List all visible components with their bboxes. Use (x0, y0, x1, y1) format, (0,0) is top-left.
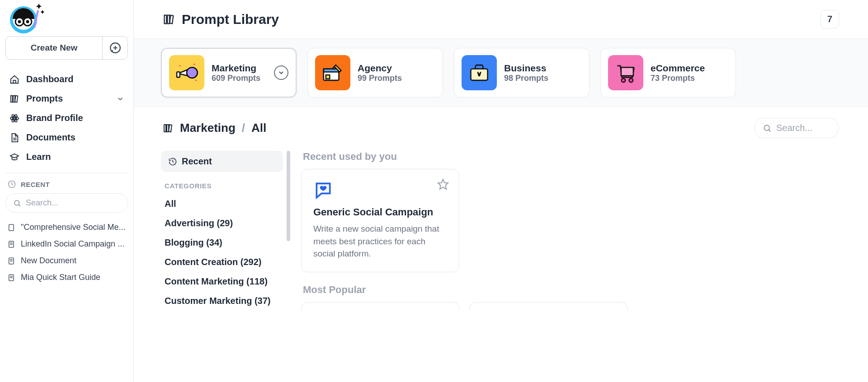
svg-rect-41 (326, 75, 330, 79)
svg-point-13 (14, 117, 15, 119)
page-title: Prompt Library (182, 12, 279, 27)
divider (5, 173, 128, 173)
briefcase-icon (462, 55, 497, 90)
main-search-input[interactable] (776, 123, 830, 133)
shopping-cart-icon (608, 55, 643, 90)
recent-doc-item[interactable]: LinkedIn Social Campaign ... (5, 236, 128, 252)
prompt-card[interactable]: Generic Social Campaign Write a new soci… (301, 169, 459, 272)
svg-point-37 (193, 64, 195, 65)
category-count: 99 Prompts (358, 74, 435, 83)
category-filter-item[interactable]: Content Creation (292) (161, 252, 283, 272)
recent-pill-label: Recent (182, 156, 212, 167)
category-filter-item[interactable]: Content Marketing (118) (161, 272, 283, 291)
svg-rect-32 (165, 15, 167, 23)
nav-label: Documents (26, 132, 75, 143)
nav-brand-profile[interactable]: Brand Profile (5, 108, 128, 128)
category-name: Marketing (212, 63, 267, 74)
prompt-card[interactable] (469, 302, 627, 311)
svg-rect-22 (9, 224, 14, 231)
category-count: 609 Prompts (212, 74, 267, 83)
nav-label: Prompts (26, 93, 63, 104)
chevron-down-icon (116, 95, 124, 103)
category-card-business[interactable]: Business 98 Prompts (454, 48, 590, 98)
main-search[interactable] (754, 118, 839, 138)
graduation-cap-icon (9, 152, 20, 162)
sidebar-search-placeholder: Search... (26, 198, 58, 208)
logo[interactable] (5, 0, 128, 36)
svg-rect-46 (164, 125, 166, 132)
file-icon (7, 224, 15, 232)
design-tools-icon (315, 55, 350, 90)
nav-label: Dashboard (26, 74, 73, 84)
svg-line-49 (769, 130, 770, 131)
scrollbar-thumb[interactable] (287, 151, 290, 241)
section-popular-title: Most Popular (303, 284, 846, 296)
header-badge[interactable]: 7 (821, 10, 839, 28)
category-strip[interactable]: Marketing 609 Prompts Agency 99 Prompts … (134, 38, 868, 107)
recent-doc-item[interactable]: "Comprehensive Social Me... (5, 219, 128, 236)
breadcrumb-root[interactable]: Marketing (180, 121, 236, 135)
history-icon (168, 157, 177, 166)
svg-marker-50 (438, 179, 448, 189)
page-header: Prompt Library 7 (134, 0, 868, 38)
svg-point-44 (622, 79, 625, 82)
svg-point-20 (14, 200, 19, 205)
create-new-row: Create New (5, 36, 128, 60)
chevron-down-icon[interactable] (274, 65, 288, 80)
clock-icon (7, 180, 16, 189)
breadcrumb-leaf[interactable]: All (251, 121, 266, 135)
svg-point-48 (764, 125, 769, 130)
nav-label: Brand Profile (26, 113, 83, 123)
category-filter-item[interactable]: Advertising (29) (161, 214, 283, 233)
prompt-card-title: Generic Social Campaign (313, 206, 447, 218)
atom-icon (9, 113, 20, 123)
prompt-card[interactable] (301, 302, 459, 311)
svg-point-4 (18, 20, 21, 23)
category-name: eCommerce (651, 63, 728, 74)
search-icon (763, 124, 772, 133)
category-count: 73 Prompts (651, 74, 728, 83)
mia-logo-icon (7, 2, 44, 34)
star-icon[interactable] (437, 178, 449, 190)
sidebar-nav: Dashboard Prompts Brand Profile Document… (5, 70, 128, 167)
content-area: Recent CATEGORIES All Advertising (29) B… (134, 143, 868, 382)
section-recent-title: Recent used by you (303, 151, 846, 163)
sidebar-search[interactable]: Search... (5, 193, 128, 213)
home-icon (9, 75, 20, 84)
recent-doc-item[interactable]: New Document (5, 252, 128, 269)
nav-learn[interactable]: Learn (5, 147, 128, 167)
category-filter-item[interactable]: Blogging (34) (161, 233, 283, 252)
nav-documents[interactable]: Documents (5, 128, 128, 147)
svg-rect-43 (621, 67, 633, 76)
category-side-panel: Recent CATEGORIES All Advertising (29) B… (161, 151, 283, 382)
svg-point-36 (179, 65, 180, 66)
nav-dashboard[interactable]: Dashboard (5, 70, 128, 89)
category-filter-item[interactable]: All (161, 194, 283, 214)
nav-prompts[interactable]: Prompts (5, 89, 128, 108)
library-icon (9, 94, 20, 104)
recent-doc-item[interactable]: Mia Quick Start Guide (5, 269, 128, 286)
recent-doc-label: Mia Quick Start Guide (21, 273, 100, 282)
prompt-card-description: Write a new social campaign that meets b… (313, 223, 447, 260)
file-icon (7, 257, 15, 265)
chat-heart-icon (313, 180, 447, 200)
recent-doc-label: New Document (21, 256, 76, 266)
category-card-agency[interactable]: Agency 99 Prompts (307, 48, 443, 98)
create-new-button[interactable]: Create New (6, 37, 102, 59)
category-recent-pill[interactable]: Recent (161, 151, 283, 172)
category-filter-item[interactable]: Customer Marketing (37) (161, 291, 283, 311)
library-icon (163, 13, 175, 26)
category-card-marketing[interactable]: Marketing 609 Prompts (161, 48, 297, 98)
sidebar: Create New Dashboard Prompts (0, 0, 134, 382)
svg-point-45 (629, 79, 633, 82)
library-icon (163, 123, 174, 134)
categories-heading: CATEGORIES (161, 182, 283, 194)
message-plus-icon (109, 42, 121, 54)
file-icon (7, 240, 15, 248)
megaphone-icon (169, 55, 204, 90)
breadcrumb-row: Marketing / All (134, 107, 868, 143)
category-name: Business (504, 63, 582, 74)
popular-row (301, 302, 846, 311)
create-new-plus-button[interactable] (102, 37, 127, 59)
category-card-ecommerce[interactable]: eCommerce 73 Prompts (600, 48, 736, 98)
